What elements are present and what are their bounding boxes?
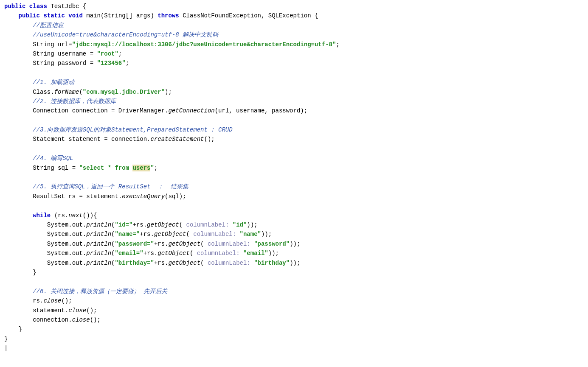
comment: //5. 执行查询SQL，返回一个 ResultSet ： 结果集 xyxy=(33,182,188,191)
code-editor: public class TestJdbc { public static vo… xyxy=(0,0,588,367)
comment: //2. 连接数据库，代表数据库 xyxy=(33,97,116,106)
comment: //6. 关闭连接，释放资源（一定要做） 先开后关 xyxy=(33,287,167,296)
method-createStatement: createStatement xyxy=(150,134,204,144)
code-line: //useUnicode=true&characterEncoding=utf-… xyxy=(0,30,588,39)
keyword-public: public xyxy=(19,11,40,20)
comment: //配置信息 xyxy=(33,21,64,30)
code-line: String password = "123456" ; xyxy=(0,59,588,68)
comment: //1. 加载驱动 xyxy=(33,78,74,87)
method-println-name: println xyxy=(86,230,111,239)
method-next: next xyxy=(68,211,83,220)
code-line: public static void main(String[] args) t… xyxy=(0,11,588,20)
method-connection-close: close xyxy=(72,315,90,325)
string-sql: "select * from users" xyxy=(79,163,154,173)
string-birthday-label: "birthday=" xyxy=(115,258,154,268)
method-forName: forName xyxy=(54,87,79,97)
code-line: } xyxy=(0,325,588,334)
method-println-id: println xyxy=(86,220,111,230)
keyword-static: static xyxy=(43,11,65,20)
code-line: String username = "root" ; xyxy=(0,49,588,59)
method-getConnection: getConnection xyxy=(168,106,214,115)
param-columnLabel-email: columnLabel: xyxy=(197,249,243,258)
string-username: "root" xyxy=(97,49,118,59)
code-line: //配置信息 xyxy=(0,21,588,30)
code-line xyxy=(0,116,588,125)
code-line xyxy=(0,144,588,154)
method-getObject-email: getObject xyxy=(158,249,190,258)
code-line: Statement statement = connection. create… xyxy=(0,134,588,144)
code-line: System.out. println ( "id=" +rs. getObje… xyxy=(0,220,588,230)
param-columnLabel-birthday: columnLabel: xyxy=(208,258,254,268)
code-line: } xyxy=(0,268,588,277)
method-getObject-birthday: getObject xyxy=(168,258,200,268)
string-name-label: "name=" xyxy=(115,230,140,239)
string-url: "jdbc:mysql://localhost:3306/jdbc?useUni… xyxy=(72,40,336,49)
cursor-line: | xyxy=(0,344,588,353)
code-area[interactable]: public class TestJdbc { public static vo… xyxy=(0,0,588,355)
param-columnLabel-name: columnLabel: xyxy=(193,230,239,239)
string-name: "name" xyxy=(240,230,261,239)
code-line: //3.向数据库发送SQL的对象Statement,PreparedStatem… xyxy=(0,125,588,134)
string-email-label: "email=" xyxy=(115,249,143,258)
keyword-while: while xyxy=(33,211,51,220)
code-line: String sql = "select * from users" ; xyxy=(0,163,588,173)
param-columnLabel-password: columnLabel: xyxy=(208,239,254,249)
code-line: rs. close (); xyxy=(0,296,588,305)
code-line xyxy=(0,201,588,210)
code-line: statement. close (); xyxy=(0,306,588,315)
code-line: System.out. println ( "password=" +rs. g… xyxy=(0,239,588,249)
keyword-void: void xyxy=(68,11,83,20)
code-line: Connection connection = DriverManager. g… xyxy=(0,106,588,115)
method-println-password: println xyxy=(86,239,111,249)
code-line: //5. 执行查询SQL，返回一个 ResultSet ： 结果集 xyxy=(0,182,588,191)
code-line: System.out. println ( "email=" +rs. getO… xyxy=(0,249,588,258)
string-id-label: "id=" xyxy=(115,220,132,230)
code-line xyxy=(0,173,588,182)
code-line: while (rs. next ()){ xyxy=(0,211,588,220)
code-line: //2. 连接数据库，代表数据库 xyxy=(0,97,588,106)
method-println-email: println xyxy=(86,249,111,258)
code-line xyxy=(0,68,588,78)
keyword-class: class xyxy=(29,2,47,11)
comment: //useUnicode=true&characterEncoding=utf-… xyxy=(33,30,218,39)
code-line: connection. close (); xyxy=(0,315,588,325)
string-password-col: "password" xyxy=(254,239,290,249)
comment: //4. 编写SQL xyxy=(33,154,73,163)
method-getObject-name: getObject xyxy=(154,230,186,239)
string-password: "123456" xyxy=(97,59,125,68)
method-rs-close: close xyxy=(43,296,61,305)
param-columnLabel-id: columnLabel: xyxy=(186,220,233,230)
string-id: "id" xyxy=(233,220,247,230)
string-birthday: "birthday" xyxy=(254,258,290,268)
code-line: System.out. println ( "name=" +rs. getOb… xyxy=(0,230,588,239)
code-line: Class. forName ( "com.mysql.jdbc.Driver"… xyxy=(0,87,588,97)
method-executeQuery: executeQuery xyxy=(122,192,165,201)
code-line: //4. 编写SQL xyxy=(0,154,588,163)
code-line xyxy=(0,277,588,286)
keyword-public: public xyxy=(4,2,25,11)
code-line: System.out. println ( "birthday=" +rs. g… xyxy=(0,258,588,268)
code-line: String url= "jdbc:mysql://localhost:3306… xyxy=(0,40,588,49)
method-statement-close: close xyxy=(68,306,86,315)
code-line: } xyxy=(0,334,588,344)
code-line: public class TestJdbc { xyxy=(0,2,588,11)
comment-crud: //3.向数据库发送SQL的对象Statement,PreparedStatem… xyxy=(33,125,232,134)
code-line: ResultSet rs = statement. executeQuery (… xyxy=(0,192,588,201)
string-driver: "com.mysql.jdbc.Driver" xyxy=(83,87,165,97)
method-getObject-id: getObject xyxy=(147,220,179,230)
string-email: "email" xyxy=(243,249,268,258)
method-println-birthday: println xyxy=(86,258,111,268)
method-getObject-password: getObject xyxy=(168,239,200,249)
code-line: //1. 加载驱动 xyxy=(0,78,588,87)
code-line: //6. 关闭连接，释放资源（一定要做） 先开后关 xyxy=(0,287,588,296)
keyword-throws: throws xyxy=(158,11,179,20)
string-password-label: "password=" xyxy=(115,239,154,249)
